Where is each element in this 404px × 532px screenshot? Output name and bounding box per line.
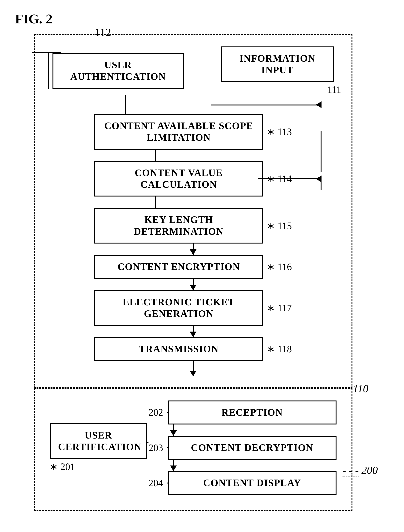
box-200-inner: USERCERTIFICATION ∗ 201 202 RECEPTION	[50, 400, 337, 495]
label-118: ∗ 118	[267, 343, 292, 355]
box-content-display: CONTENT DISPLAY	[168, 471, 337, 495]
box-200: USERCERTIFICATION ∗ 201 202 RECEPTION	[34, 388, 352, 511]
label-115: ∗ 115	[267, 220, 292, 231]
arrow-into-scope	[316, 101, 321, 108]
arrow-rec-to-dec	[173, 424, 174, 436]
arrow-ticket-to-trans	[193, 326, 194, 337]
arrow-dec-to-display	[173, 460, 174, 471]
arrow-key-to-enc	[193, 244, 194, 255]
box-user-authentication: USERAUTHENTICATION	[52, 53, 184, 89]
label-202: 202	[149, 407, 163, 418]
box-information-input: INFORMATION INPUT	[221, 46, 334, 82]
label-111: 111	[327, 84, 341, 95]
label-117: ∗ 117	[267, 302, 292, 314]
label-204: 204	[149, 477, 163, 488]
box-content-decryption: CONTENT DECRYPTION	[168, 436, 337, 460]
arrow-trans-exit	[193, 361, 194, 376]
back-arrow-corner	[60, 52, 61, 53]
hline-cert-to-flow	[147, 442, 149, 443]
box-content-value-calc: CONTENT VALUECALCULATION	[94, 161, 263, 197]
hline-from-info	[211, 105, 321, 106]
enc-row: CONTENT ENCRYPTION ∗ 116	[50, 255, 337, 279]
right-flow-200: 202 RECEPTION 203 CONTENT DECRYPTION	[149, 400, 337, 495]
user-cert-region: USERCERTIFICATION ∗ 201 202 RECEPTION	[50, 400, 337, 495]
display-row: 204 CONTENT DISPLAY	[149, 471, 337, 495]
back-arrow	[32, 53, 49, 89]
label-203: 203	[149, 442, 163, 453]
scope-row: CONTENT AVAILABLE SCOPELIMITATION ∗ 113	[50, 114, 337, 150]
arrow-scope-to-calc	[155, 150, 156, 161]
box-110: 112 USERAUTHENTICATION INFORMATION INPUT	[34, 34, 352, 388]
label-200: - - - 200	[343, 464, 378, 476]
user-auth-col: USERAUTHENTICATION	[52, 53, 184, 89]
flow-container-110: USERAUTHENTICATION INFORMATION INPUT 111	[50, 46, 337, 376]
box-content-scope: CONTENT AVAILABLE SCOPELIMITATION	[94, 114, 263, 150]
arrow-enc-to-ticket	[193, 279, 194, 290]
label-110: 110	[353, 382, 368, 395]
label-113: ∗ 113	[267, 126, 292, 137]
decryption-row: 203 CONTENT DECRYPTION	[149, 436, 337, 460]
figure-label: FIG. 2	[15, 11, 52, 27]
key-row: KEY LENGTH DETERMINATION ∗ 115	[50, 208, 337, 244]
reception-row: 202 RECEPTION	[149, 400, 337, 424]
info-input-col: INFORMATION INPUT 111	[221, 46, 334, 95]
calc-row: CONTENT VALUECALCULATION ∗ 114	[50, 161, 337, 197]
label-201: ∗ 201	[50, 461, 75, 472]
arrow-calc-to-key	[155, 196, 156, 208]
connector-region-1	[50, 95, 337, 114]
box-key-length: KEY LENGTH DETERMINATION	[94, 208, 263, 244]
label-116: ∗ 116	[267, 261, 292, 272]
vline-from-auth	[125, 95, 126, 114]
ticket-row: ELECTRONIC TICKETGENERATION ∗ 117	[50, 290, 337, 326]
trans-row: TRANSMISSION ∗ 118	[50, 337, 337, 361]
hline-to-calc	[258, 178, 321, 179]
top-row: USERAUTHENTICATION INFORMATION INPUT 111	[50, 46, 337, 95]
box-transmission: TRANSMISSION	[94, 337, 263, 361]
arrow-into-calc	[316, 176, 321, 182]
box-content-encryption: CONTENT ENCRYPTION	[94, 255, 263, 279]
box-reception: RECEPTION	[168, 400, 337, 424]
user-cert-left: USERCERTIFICATION ∗ 201	[50, 423, 147, 472]
box-user-certification: USERCERTIFICATION	[50, 423, 147, 459]
back-arrow-top	[32, 52, 60, 53]
vline-info-down	[320, 131, 321, 172]
box-electronic-ticket: ELECTRONIC TICKETGENERATION	[94, 290, 263, 326]
label-112: 112	[95, 26, 111, 39]
